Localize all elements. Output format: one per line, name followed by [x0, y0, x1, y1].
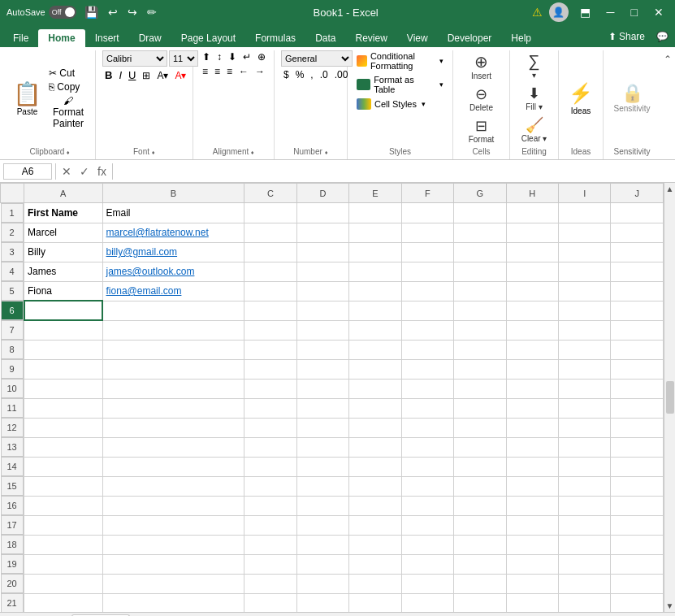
cell[interactable] — [506, 340, 558, 359]
align-right-button[interactable]: ≡ — [224, 65, 235, 78]
tab-formulas[interactable]: Formulas — [245, 29, 305, 47]
cell[interactable] — [506, 203, 558, 223]
cell[interactable] — [244, 437, 296, 457]
cell[interactable] — [349, 320, 401, 340]
cell[interactable] — [506, 262, 558, 281]
cell[interactable] — [558, 340, 610, 359]
cell[interactable] — [349, 457, 401, 476]
cell[interactable] — [506, 593, 558, 612]
cell[interactable] — [244, 301, 296, 320]
cell[interactable]: fiona@email.com — [102, 281, 244, 301]
cell[interactable] — [453, 554, 506, 574]
cell[interactable] — [244, 535, 296, 554]
touch-button[interactable]: ✏ — [144, 4, 160, 20]
cell[interactable] — [244, 457, 296, 476]
comments-button[interactable]: 💬 — [653, 29, 672, 44]
number-expand-icon[interactable]: ⬧ — [324, 148, 328, 156]
cell[interactable] — [102, 457, 244, 476]
cell[interactable] — [401, 359, 453, 379]
cell[interactable] — [349, 476, 401, 496]
cell[interactable] — [244, 379, 296, 398]
cell[interactable] — [453, 574, 506, 593]
col-header-d[interactable]: D — [296, 184, 348, 203]
sensitivity-button[interactable]: 🔒 Sensitivity — [609, 81, 656, 115]
cell[interactable] — [296, 574, 348, 593]
row-header-21[interactable]: 21 — [1, 593, 24, 612]
cell[interactable] — [296, 203, 348, 223]
cell[interactable]: Marcel — [24, 223, 103, 242]
cell[interactable] — [102, 515, 244, 535]
cell[interactable] — [611, 223, 664, 242]
tab-data[interactable]: Data — [305, 29, 345, 47]
cell[interactable] — [296, 340, 348, 359]
cell[interactable] — [244, 359, 296, 379]
scroll-down-button[interactable]: ▼ — [666, 601, 674, 610]
cell[interactable] — [453, 398, 506, 418]
autosum-button[interactable]: ∑ ▾ — [518, 50, 551, 81]
cell[interactable] — [401, 281, 453, 301]
cell[interactable] — [296, 301, 348, 320]
cell[interactable] — [558, 574, 610, 593]
col-header-j[interactable]: J — [611, 184, 664, 203]
cell[interactable] — [24, 340, 103, 359]
vertical-scrollbar[interactable]: ▲ ▼ — [664, 183, 675, 612]
align-bottom-button[interactable]: ⬇ — [226, 50, 239, 63]
cell[interactable] — [296, 515, 348, 535]
cell[interactable] — [611, 203, 664, 223]
wrap-text-button[interactable]: ↵ — [240, 50, 253, 63]
cell[interactable] — [401, 437, 453, 457]
cell[interactable] — [558, 242, 610, 262]
clipboard-expand-icon[interactable]: ⬧ — [66, 148, 70, 156]
row-header-7[interactable]: 7 — [1, 320, 24, 340]
cell[interactable] — [24, 398, 103, 418]
cell[interactable] — [611, 554, 664, 574]
col-header-a[interactable]: A — [24, 184, 103, 203]
cell[interactable] — [102, 340, 244, 359]
cell[interactable] — [453, 359, 506, 379]
format-painter-button[interactable]: 🖌 Format Painter — [46, 94, 90, 130]
cell[interactable] — [506, 457, 558, 476]
cell[interactable] — [506, 437, 558, 457]
cell[interactable] — [102, 496, 244, 515]
cell[interactable] — [453, 515, 506, 535]
cell[interactable] — [296, 398, 348, 418]
row-header-4[interactable]: 4 — [1, 262, 24, 281]
cell-reference-input[interactable] — [3, 163, 52, 180]
cell[interactable] — [453, 418, 506, 437]
cell[interactable] — [296, 262, 348, 281]
cell[interactable] — [401, 242, 453, 262]
cell[interactable] — [506, 574, 558, 593]
minimize-button[interactable]: ─ — [602, 4, 620, 20]
cell[interactable] — [296, 457, 348, 476]
col-header-e[interactable]: E — [349, 184, 401, 203]
cell[interactable] — [296, 320, 348, 340]
cell[interactable] — [244, 554, 296, 574]
col-header-i[interactable]: I — [558, 184, 610, 203]
share-button[interactable]: ⬆ Share — [605, 29, 648, 44]
number-format-select[interactable]: General — [281, 50, 353, 67]
cell[interactable] — [401, 262, 453, 281]
cell[interactable] — [349, 262, 401, 281]
cell[interactable] — [349, 379, 401, 398]
cell[interactable] — [611, 496, 664, 515]
cell[interactable] — [558, 262, 610, 281]
cell[interactable] — [558, 379, 610, 398]
cell[interactable] — [102, 301, 244, 320]
cell[interactable] — [558, 281, 610, 301]
cell[interactable] — [453, 535, 506, 554]
cell[interactable] — [558, 496, 610, 515]
cell[interactable] — [611, 437, 664, 457]
cell[interactable] — [401, 301, 453, 320]
cell[interactable] — [453, 340, 506, 359]
cell[interactable] — [102, 379, 244, 398]
currency-button[interactable]: $ — [281, 68, 292, 81]
cell[interactable] — [611, 340, 664, 359]
ideas-button[interactable]: ⚡ Ideas — [565, 79, 597, 117]
row-header-2[interactable]: 2 — [1, 223, 24, 242]
cell[interactable] — [24, 301, 103, 320]
cell[interactable] — [349, 340, 401, 359]
cell[interactable] — [401, 574, 453, 593]
cell[interactable] — [453, 262, 506, 281]
insert-cells-button[interactable]: ⊕ Insert — [465, 50, 498, 82]
cell[interactable] — [611, 262, 664, 281]
